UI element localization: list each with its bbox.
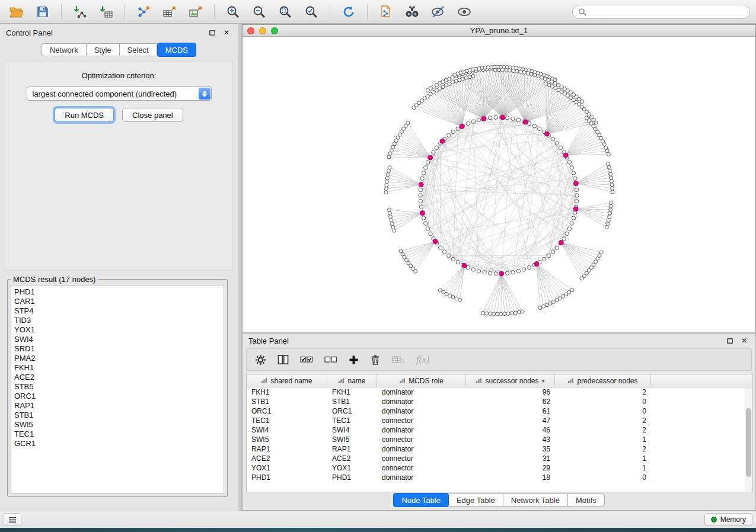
search-input[interactable] <box>590 8 744 16</box>
table-cell: SWI4 <box>247 425 327 435</box>
criterion-dropdown[interactable]: largest connected component (undirected) <box>27 86 212 101</box>
table-row[interactable]: FKH1FKH1dominator962 <box>247 387 752 397</box>
mcds-result-list[interactable]: PHD1CAR1STP4TID3YOX1SWI4SRD1PMA2FKH1ACE2… <box>11 285 224 493</box>
table-settings-button[interactable] <box>255 354 266 366</box>
table-cell: dominator <box>377 397 466 406</box>
table-panel-close-button[interactable]: ✕ <box>739 336 749 345</box>
mcds-result-item[interactable]: ACE2 <box>14 373 224 382</box>
tab-network[interactable]: Network <box>42 43 87 56</box>
table-cell: dominator <box>377 406 466 416</box>
export-table-button[interactable] <box>158 2 181 21</box>
deselect-all-icon <box>324 355 337 364</box>
import-table-button[interactable] <box>94 2 118 21</box>
table-cell: 0 <box>555 473 651 482</box>
control-panel-float-button[interactable] <box>207 28 218 37</box>
mcds-result-item[interactable]: RAP1 <box>14 401 224 411</box>
tab-mcds[interactable]: MCDS <box>157 43 196 57</box>
close-panel-button[interactable]: Close panel <box>122 108 183 122</box>
minimize-window-button[interactable] <box>259 27 266 34</box>
table-cell: dominator <box>377 444 466 454</box>
zoom-fit-button[interactable] <box>273 2 297 21</box>
import-network-button[interactable] <box>68 2 92 21</box>
tab-select[interactable]: Select <box>120 43 157 56</box>
table-cell: 1 <box>555 454 651 463</box>
column-header-MCDS-role[interactable]: MCDS role <box>377 374 466 387</box>
zoom-out-button[interactable] <box>247 2 271 21</box>
mcds-result-item[interactable]: GCR1 <box>14 439 224 448</box>
table-row[interactable]: ORC1ORC1dominator610 <box>247 406 752 416</box>
toolbar-separator <box>61 4 62 20</box>
show-details-eye-button[interactable] <box>452 2 476 21</box>
find-button[interactable] <box>400 2 424 21</box>
table-row[interactable]: RAP1RAP1dominator352 <box>247 444 752 454</box>
select-all-button[interactable] <box>300 355 313 364</box>
memory-status-icon <box>711 517 717 523</box>
network-graph-canvas[interactable] <box>243 37 755 332</box>
mcds-result-item[interactable]: SWI5 <box>14 420 224 430</box>
mcds-result-item[interactable]: STP4 <box>14 306 224 316</box>
mcds-result-item[interactable]: SRD1 <box>14 344 224 354</box>
table-row[interactable]: SWI5SWI5connector431 <box>247 435 752 444</box>
mcds-result-item[interactable]: SWI4 <box>14 335 224 344</box>
show-columns-button[interactable] <box>277 354 289 365</box>
mcds-result-item[interactable]: TEC1 <box>14 430 224 439</box>
table-scrollbar-thumb[interactable] <box>746 408 751 477</box>
clone-network-button[interactable] <box>374 2 398 21</box>
close-window-button[interactable] <box>247 27 254 34</box>
tab-motifs[interactable]: Motifs <box>568 493 605 507</box>
memory-button[interactable]: Memory <box>704 513 752 526</box>
style-preview-button[interactable] <box>426 2 450 21</box>
refresh-layout-button[interactable] <box>337 2 361 21</box>
zoom-in-button[interactable] <box>221 2 245 21</box>
delete-table-button-disabled <box>392 355 405 364</box>
delete-column-button[interactable] <box>370 354 381 366</box>
save-button[interactable] <box>31 2 55 21</box>
node-table[interactable]: shared namenameMCDS rolesuccessor nodes▾… <box>246 374 753 492</box>
tab-network-table[interactable]: Network Table <box>503 493 568 507</box>
add-column-button[interactable] <box>349 355 359 365</box>
table-scrollbar[interactable] <box>745 388 752 491</box>
zoom-selected-button[interactable] <box>299 2 323 21</box>
float-panel-icon <box>209 30 215 36</box>
table-cell: 46 <box>466 425 555 435</box>
maximize-window-button[interactable] <box>271 27 278 34</box>
mcds-result-item[interactable]: FKH1 <box>14 363 224 373</box>
search-box[interactable] <box>572 5 750 19</box>
control-panel-close-button[interactable]: ✕ <box>221 28 232 37</box>
mcds-result-item[interactable]: STB1 <box>14 411 224 420</box>
table-cell: 62 <box>466 397 555 406</box>
mcds-result-item[interactable]: CAR1 <box>14 297 224 306</box>
column-header-name[interactable]: name <box>327 374 377 387</box>
table-row[interactable]: STB1STB1dominator620 <box>247 397 752 406</box>
export-network-button[interactable] <box>132 2 155 21</box>
mcds-result-item[interactable]: PMA2 <box>14 354 224 363</box>
table-cell: connector <box>377 435 466 444</box>
tab-edge-table[interactable]: Edge Table <box>449 493 503 507</box>
deselect-all-button[interactable] <box>324 355 337 364</box>
mcds-result-item[interactable]: PHD1 <box>14 287 224 297</box>
table-row[interactable]: PHD1PHD1dominator180 <box>247 473 752 482</box>
delete-table-icon <box>392 355 405 364</box>
mcds-result-item[interactable]: ORC1 <box>14 392 224 401</box>
find-icon <box>404 5 420 18</box>
column-header-shared-name[interactable]: shared name <box>247 374 327 387</box>
table-row[interactable]: ACE2ACE2connector311 <box>247 454 752 463</box>
table-cell: SWI4 <box>327 425 377 435</box>
search-icon <box>578 8 586 16</box>
run-mcds-button[interactable]: Run MCDS <box>55 108 114 122</box>
mcds-result-item[interactable]: YOX1 <box>14 325 224 335</box>
table-row[interactable]: SWI4SWI4dominator462 <box>247 425 752 435</box>
column-header-successor-nodes[interactable]: successor nodes▾ <box>466 374 555 387</box>
mcds-result-item[interactable]: TID3 <box>14 316 224 325</box>
tab-style[interactable]: Style <box>87 43 120 56</box>
export-image-button[interactable] <box>184 2 208 21</box>
open-file-button[interactable] <box>5 2 28 21</box>
table-row[interactable]: TEC1TEC1connector472 <box>247 416 752 425</box>
table-panel-float-button[interactable] <box>725 336 735 345</box>
tab-node-table[interactable]: Node Table <box>393 493 449 507</box>
status-menu-button[interactable] <box>4 513 21 526</box>
column-header-predecessor-nodes[interactable]: predecessor nodes <box>555 374 651 387</box>
mcds-result-item[interactable]: STB5 <box>14 382 224 392</box>
table-row[interactable]: YOX1YOX1connector291 <box>247 463 752 473</box>
trash-icon <box>370 354 381 366</box>
